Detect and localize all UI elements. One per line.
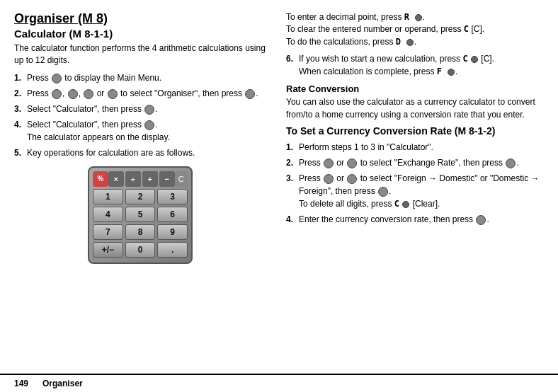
- c-btn-icon2: [402, 201, 409, 208]
- step6-list: 6. If you wish to start a new calculatio…: [286, 52, 544, 78]
- ok-btn-icon2: [506, 158, 516, 168]
- menu-button-icon: [52, 74, 62, 83]
- ok-btn-icon4: [476, 215, 486, 225]
- calc-body: % × ÷ + − C 1 2 3 4 5: [88, 166, 193, 264]
- step-num: 1.: [14, 71, 27, 84]
- step-num: 3.: [286, 172, 299, 185]
- up-btn-icon2: [324, 158, 334, 168]
- calc-subtract-btn: −: [159, 171, 175, 187]
- step-content: Press or to select "Exchange Rate", then…: [299, 156, 544, 169]
- calc-grid: 1 2 3 4 5 6 7 8 9 +/− 0 .: [93, 189, 188, 258]
- calc-multiply-btn: ×: [108, 171, 124, 187]
- calculator-image: % × ÷ + − C 1 2 3 4 5: [14, 166, 266, 264]
- key-d: D: [396, 37, 401, 47]
- up-btn-icon3: [324, 174, 334, 184]
- step-num: 6.: [286, 52, 299, 65]
- list-item: 5. Key operations for calculation are as…: [14, 146, 266, 159]
- up-btn-icon: [52, 89, 62, 99]
- rate-conversion-intro: You can also use the calculator as a cur…: [286, 96, 544, 121]
- step-content: Key operations for calculation are as fo…: [27, 146, 266, 159]
- list-item: 4. Enter the currency conversion rate, t…: [286, 213, 544, 226]
- ok-btn-icon3: [378, 187, 388, 197]
- list-item: 1. Press to display the Main Menu.: [14, 71, 266, 84]
- step-num: 2.: [286, 156, 299, 169]
- list-item: 2. Press or to select "Exchange Rate", t…: [286, 156, 544, 169]
- footer-page: 149: [14, 379, 28, 388]
- c-btn-icon: [471, 56, 478, 63]
- left-column: Organiser (M 8) Calculator (M 8-1-1) The…: [14, 11, 279, 367]
- step-num: 2.: [14, 87, 27, 100]
- calc-clear-btn: C: [175, 171, 188, 187]
- calc-btn-2: 2: [125, 189, 156, 204]
- steps-left: 1. Press to display the Main Menu. 2. Pr…: [14, 71, 266, 159]
- step-num: 4.: [14, 118, 27, 131]
- calc-top-row: % × ÷ + − C: [93, 171, 188, 187]
- right-column: To enter a decimal point, press R . To c…: [279, 11, 544, 367]
- calc-btn-6: 6: [157, 207, 188, 222]
- calc-ops: × ÷ + −: [108, 171, 175, 187]
- calc-add-btn: +: [142, 171, 158, 187]
- r-key-icon: [415, 14, 422, 21]
- step-content: Enter the currency conversion rate, then…: [299, 213, 544, 226]
- currency-section-title: To Set a Currency Conversion Rate (M 8-1…: [286, 125, 544, 137]
- step-content: If you wish to start a new calculation, …: [299, 52, 544, 78]
- calc-btn-3: 3: [157, 189, 188, 204]
- calc-btn-8: 8: [125, 224, 156, 240]
- footer-bar: 149 Organiser: [0, 374, 558, 392]
- rate-conversion-title: Rate Conversion: [286, 83, 544, 94]
- d-key-icon: [406, 39, 414, 46]
- step-content: Select "Calculator", then press .The cal…: [27, 118, 266, 144]
- list-item: 4. Select "Calculator", then press .The …: [14, 118, 266, 144]
- step-content: Press or to select "Foreign → Domestic" …: [299, 172, 544, 210]
- title-suffix: (M 8): [74, 11, 108, 25]
- intro-text: The calculator function performs the 4 a…: [14, 42, 266, 67]
- step-content: Press to display the Main Menu.: [27, 71, 266, 84]
- step-num: 5.: [14, 146, 27, 159]
- calc-btn-5: 5: [125, 207, 156, 222]
- right-intro-1: To enter a decimal point, press R . To c…: [286, 11, 544, 48]
- key-c3: C: [394, 199, 399, 209]
- list-item: 2. Press , , or to select "Organiser", t…: [14, 87, 266, 100]
- footer-label: Organiser: [42, 379, 83, 388]
- main-title: Organiser (M 8): [14, 11, 266, 26]
- content-area: Organiser (M 8) Calculator (M 8-1-1) The…: [0, 0, 558, 374]
- calc-divide-btn: ÷: [125, 171, 141, 187]
- ok-btn-icon: [144, 105, 154, 115]
- calc-btn-plusminus: +/−: [93, 242, 123, 258]
- calc-btn-9: 9: [157, 224, 188, 240]
- calc-percent-btn: %: [93, 171, 108, 187]
- step-num: 1.: [286, 141, 299, 154]
- step-num: 4.: [286, 213, 299, 226]
- f-btn-icon: [448, 69, 455, 76]
- calc-btn-4: 4: [93, 207, 123, 222]
- section1-title: Calculator (M 8-1-1): [14, 28, 266, 40]
- list-item: 1. Perform steps 1 to 3 in "Calculator".: [286, 141, 544, 154]
- step-content: Perform steps 1 to 3 in "Calculator".: [299, 141, 544, 154]
- list-item: 3. Select "Calculator", then press .: [14, 103, 266, 115]
- calc-btn-7: 7: [93, 224, 123, 240]
- ok-btn-icon: [144, 120, 154, 130]
- key-c: C: [464, 24, 469, 34]
- key-f: F: [437, 67, 442, 76]
- down-btn-icon3: [347, 174, 357, 184]
- steps-right: 1. Perform steps 1 to 3 in "Calculator".…: [286, 141, 544, 226]
- title-organiser: Organiser: [14, 11, 74, 25]
- left-btn-icon: [84, 89, 93, 99]
- step-content: Press , , or to select "Organiser", then…: [27, 87, 266, 100]
- key-c2: C: [462, 54, 467, 64]
- step-num: 3.: [14, 103, 27, 115]
- right-btn-icon: [108, 89, 118, 99]
- calc-btn-0: 0: [125, 242, 156, 258]
- down-btn-icon: [68, 89, 78, 99]
- page-container: Organiser (M 8) Calculator (M 8-1-1) The…: [0, 0, 558, 392]
- key-r: R: [404, 12, 409, 22]
- step-content: Select "Calculator", then press .: [27, 103, 266, 115]
- list-item: 3. Press or to select "Foreign → Domesti…: [286, 172, 544, 210]
- list-item-6: 6. If you wish to start a new calculatio…: [286, 52, 544, 78]
- down-btn-icon2: [347, 158, 357, 168]
- calc-btn-1: 1: [93, 189, 123, 204]
- ok-btn-icon: [245, 89, 255, 99]
- calc-btn-dot: .: [157, 242, 188, 258]
